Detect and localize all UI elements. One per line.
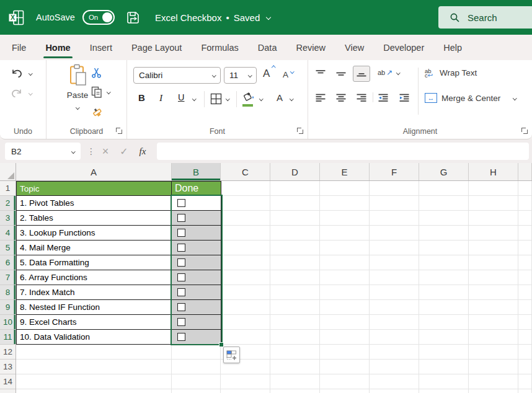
bottom-align-button[interactable] <box>353 66 370 82</box>
search-input[interactable]: Search <box>438 6 532 29</box>
insert-function-button[interactable]: fx <box>133 146 152 157</box>
chevron-down-icon[interactable] <box>290 97 293 100</box>
ribbon-tab[interactable]: Data <box>258 35 277 60</box>
topic-cell[interactable]: 8. Nested IF Function <box>16 300 172 315</box>
orientation-button[interactable]: ab↗ <box>378 68 400 77</box>
chevron-down-icon[interactable] <box>107 90 110 94</box>
chevron-down-icon[interactable] <box>29 71 32 75</box>
ribbon-tab[interactable]: Insert <box>90 35 112 60</box>
borders-button[interactable] <box>210 93 222 105</box>
chevron-down-icon[interactable] <box>226 97 229 100</box>
increase-font-size-button[interactable]: A <box>263 68 270 80</box>
topic-cell[interactable]: 5. Data Formatting <box>16 255 172 270</box>
row-header[interactable]: 4 <box>0 226 16 241</box>
checkbox[interactable] <box>177 229 185 237</box>
paste-button[interactable]: Paste <box>60 64 95 111</box>
column-header[interactable]: C <box>221 163 270 180</box>
column-header[interactable]: B <box>172 163 221 180</box>
row-header[interactable]: 8 <box>0 285 16 300</box>
chevron-down-icon[interactable] <box>76 105 79 109</box>
ribbon-tab[interactable]: Formulas <box>201 35 238 60</box>
decrease-indent-button[interactable] <box>378 94 388 102</box>
done-cell[interactable] <box>172 196 221 211</box>
row-header[interactable]: 3 <box>0 211 16 226</box>
row-header[interactable]: 14 <box>0 374 16 389</box>
column-header[interactable]: F <box>370 163 419 180</box>
bold-button[interactable]: B <box>138 92 145 103</box>
checkbox[interactable] <box>177 273 185 281</box>
align-right-button[interactable] <box>357 94 366 102</box>
cancel-button[interactable]: × <box>96 145 115 158</box>
formula-input[interactable] <box>157 143 529 160</box>
ribbon-tab[interactable]: Page Layout <box>131 35 182 60</box>
row-header[interactable]: 9 <box>0 300 16 315</box>
done-cell[interactable] <box>172 285 221 300</box>
row-header[interactable]: 13 <box>0 360 16 374</box>
done-cell[interactable] <box>172 315 221 330</box>
row-header[interactable]: 12 <box>0 345 16 360</box>
column-header[interactable]: G <box>419 163 469 180</box>
chevron-down-icon[interactable] <box>192 97 196 100</box>
done-cell[interactable] <box>172 211 221 226</box>
row-header[interactable]: 10 <box>0 315 16 330</box>
row-header[interactable]: 1 <box>0 181 16 196</box>
autofill-options-button[interactable] <box>223 347 240 363</box>
checkbox[interactable] <box>177 258 185 267</box>
chevron-down-icon[interactable] <box>259 97 263 100</box>
excel-app-icon[interactable]: X <box>8 9 25 26</box>
topic-cell[interactable]: 7. Index Match <box>16 285 172 300</box>
done-cell[interactable] <box>172 300 221 315</box>
italic-button[interactable]: I <box>159 92 162 104</box>
middle-align-button[interactable] <box>336 69 346 78</box>
save-icon[interactable] <box>126 10 141 25</box>
column-header[interactable] <box>518 163 532 180</box>
column-header[interactable]: E <box>320 163 370 180</box>
font-size-select[interactable]: 11 <box>224 67 257 84</box>
checkbox[interactable] <box>177 318 185 326</box>
done-cell[interactable] <box>172 241 221 255</box>
merge-center-button[interactable]: ↔ Merge & Center <box>425 93 516 103</box>
autosave-toggle[interactable]: On <box>82 10 115 25</box>
font-name-select[interactable]: Calibri <box>133 67 221 84</box>
done-cell[interactable] <box>172 226 221 241</box>
checkbox[interactable] <box>177 214 185 222</box>
column-header[interactable]: D <box>270 163 320 180</box>
row-header[interactable]: 6 <box>0 255 16 270</box>
underline-button[interactable]: U <box>178 92 184 102</box>
select-all-button[interactable] <box>0 163 16 181</box>
align-left-button[interactable] <box>316 94 326 102</box>
topic-cell[interactable]: 6. Array Functions <box>16 270 172 285</box>
document-title[interactable]: Excel Checkbox • Saved <box>155 12 270 23</box>
ribbon-tab[interactable]: View <box>345 35 364 60</box>
align-center-button[interactable] <box>336 94 346 102</box>
topic-cell[interactable]: 9. Excel Charts <box>16 315 172 330</box>
topic-cell[interactable]: 10. Data Validation <box>16 330 172 345</box>
top-align-button[interactable] <box>316 69 326 78</box>
row-header[interactable]: 5 <box>0 241 16 255</box>
checkbox[interactable] <box>177 333 185 341</box>
topic-cell[interactable]: 4. Mail Merge <box>16 241 172 255</box>
redo-button[interactable] <box>10 87 32 99</box>
copy-button[interactable] <box>91 86 110 98</box>
clipboard-dialog-launcher-icon[interactable] <box>116 128 122 134</box>
topic-header-cell[interactable]: Topic <box>16 181 172 196</box>
checkbox[interactable] <box>177 244 185 252</box>
column-header[interactable]: H <box>469 163 518 180</box>
ribbon-tab[interactable]: File <box>12 35 26 60</box>
name-box[interactable]: B2 <box>5 143 81 160</box>
alignment-dialog-launcher-icon[interactable] <box>521 128 528 134</box>
topic-cell[interactable]: 2. Tables <box>16 211 172 226</box>
font-dialog-launcher-icon[interactable] <box>297 128 303 134</box>
checkbox[interactable] <box>177 288 185 296</box>
row-header[interactable]: 7 <box>0 270 16 285</box>
row-header[interactable]: 11 <box>0 330 16 345</box>
topic-cell[interactable]: 1. Pivot Tables <box>16 196 172 211</box>
checkbox[interactable] <box>177 303 185 311</box>
cut-button[interactable] <box>91 68 110 78</box>
fill-color-button[interactable] <box>242 92 255 107</box>
checkbox[interactable] <box>177 199 185 207</box>
undo-button[interactable] <box>10 68 32 79</box>
increase-indent-button[interactable] <box>399 94 409 102</box>
decrease-font-size-button[interactable]: A <box>283 70 288 79</box>
enter-button[interactable]: ✓ <box>115 146 133 157</box>
